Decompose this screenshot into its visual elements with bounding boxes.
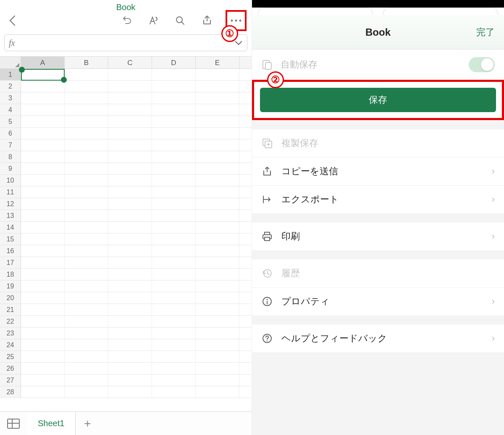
cell[interactable]: [196, 139, 239, 151]
cell[interactable]: [65, 198, 108, 210]
row-header[interactable]: 8: [0, 151, 21, 162]
search-button[interactable]: [172, 12, 189, 29]
cell[interactable]: [152, 69, 196, 80]
cell[interactable]: [152, 116, 196, 127]
row-header[interactable]: 16: [0, 245, 21, 257]
cell[interactable]: [152, 328, 196, 339]
cell[interactable]: [196, 351, 239, 362]
row-header[interactable]: 10: [0, 175, 21, 186]
col-header-a[interactable]: A: [21, 57, 65, 68]
cell[interactable]: [108, 198, 152, 210]
cell[interactable]: [65, 116, 108, 127]
row-header[interactable]: 12: [0, 198, 21, 210]
cell[interactable]: [196, 386, 239, 398]
cell[interactable]: [21, 81, 65, 92]
cell[interactable]: [196, 363, 239, 374]
row-header[interactable]: 2: [0, 81, 21, 92]
cell[interactable]: [65, 363, 108, 374]
cell[interactable]: [196, 186, 239, 198]
spreadsheet-grid[interactable]: A B C D E 123456789101112131415161718192…: [0, 56, 252, 398]
cell[interactable]: [65, 222, 108, 233]
cell[interactable]: [196, 339, 239, 351]
cell[interactable]: [152, 151, 196, 162]
cell[interactable]: [108, 363, 152, 374]
cell[interactable]: [65, 128, 108, 139]
cell[interactable]: [65, 104, 108, 115]
cell[interactable]: [196, 269, 239, 280]
save-button[interactable]: 保存: [260, 88, 496, 112]
cell[interactable]: [65, 339, 108, 351]
cell[interactable]: [65, 292, 108, 304]
cell[interactable]: [21, 257, 65, 268]
cell[interactable]: [152, 104, 196, 115]
cell[interactable]: [196, 328, 239, 339]
row-header[interactable]: 1: [0, 69, 21, 80]
cell[interactable]: [196, 222, 239, 233]
cell[interactable]: [196, 175, 239, 186]
row-header[interactable]: 27: [0, 375, 21, 386]
cell[interactable]: [196, 128, 239, 139]
cell[interactable]: [152, 280, 196, 292]
sheets-switcher-button[interactable]: [0, 419, 27, 429]
cell[interactable]: [108, 269, 152, 280]
cell[interactable]: [196, 116, 239, 127]
row-header[interactable]: 23: [0, 328, 21, 339]
cell[interactable]: [108, 222, 152, 233]
cell[interactable]: [21, 163, 65, 174]
cell[interactable]: [21, 280, 65, 292]
cell[interactable]: [65, 280, 108, 292]
menu-item-send-copy[interactable]: コピーを送信 ›: [252, 157, 504, 185]
cell[interactable]: [108, 316, 152, 327]
cell[interactable]: [196, 92, 239, 104]
cell[interactable]: [152, 139, 196, 151]
row-header[interactable]: 3: [0, 92, 21, 104]
cell[interactable]: [65, 81, 108, 92]
cell[interactable]: [152, 198, 196, 210]
row-header[interactable]: 7: [0, 139, 21, 151]
cell[interactable]: [21, 186, 65, 198]
cell[interactable]: [152, 257, 196, 268]
cell[interactable]: [65, 163, 108, 174]
cell[interactable]: [108, 351, 152, 362]
cell[interactable]: [21, 222, 65, 233]
col-header-e[interactable]: E: [196, 57, 239, 68]
cell[interactable]: [21, 304, 65, 315]
cell[interactable]: [152, 375, 196, 386]
cell[interactable]: [196, 292, 239, 304]
cell[interactable]: [196, 81, 239, 92]
cell[interactable]: [152, 316, 196, 327]
cell[interactable]: [21, 139, 65, 151]
cell[interactable]: [152, 222, 196, 233]
cell[interactable]: [108, 116, 152, 127]
cell[interactable]: [108, 175, 152, 186]
row-header[interactable]: 21: [0, 304, 21, 315]
cell[interactable]: [108, 139, 152, 151]
cell[interactable]: [65, 139, 108, 151]
cell[interactable]: [65, 175, 108, 186]
cell[interactable]: [108, 81, 152, 92]
cell[interactable]: [21, 363, 65, 374]
cell[interactable]: [108, 69, 152, 80]
cell[interactable]: [65, 245, 108, 257]
cell[interactable]: [196, 210, 239, 221]
cell[interactable]: [152, 233, 196, 245]
cell[interactable]: [21, 386, 65, 398]
cell[interactable]: [152, 210, 196, 221]
cell[interactable]: [21, 151, 65, 162]
cell[interactable]: [108, 151, 152, 162]
cell[interactable]: [108, 104, 152, 115]
cell[interactable]: [196, 280, 239, 292]
row-header[interactable]: 13: [0, 210, 21, 221]
row-header[interactable]: 26: [0, 363, 21, 374]
cell[interactable]: [196, 198, 239, 210]
cell[interactable]: [108, 210, 152, 221]
cell[interactable]: [21, 116, 65, 127]
row-header[interactable]: 11: [0, 186, 21, 198]
cell[interactable]: [65, 92, 108, 104]
cell[interactable]: [21, 175, 65, 186]
cell[interactable]: [65, 151, 108, 162]
cell[interactable]: [152, 245, 196, 257]
col-header-d[interactable]: D: [152, 57, 196, 68]
cell[interactable]: [152, 339, 196, 351]
formula-bar[interactable]: fx: [4, 34, 247, 51]
